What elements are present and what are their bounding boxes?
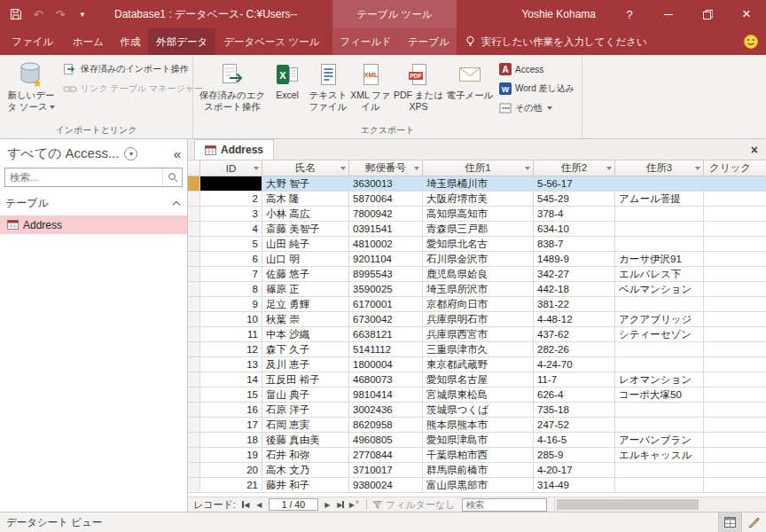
record-selector[interactable] bbox=[188, 387, 200, 403]
cell[interactable]: 626-4 bbox=[534, 387, 615, 403]
cell[interactable]: 8 bbox=[200, 282, 262, 297]
next-record-button[interactable]: ▶ bbox=[321, 501, 334, 509]
filter-status-button[interactable]: フィルターなし bbox=[372, 498, 456, 512]
design-view-button[interactable] bbox=[742, 512, 766, 532]
cell[interactable]: 15 bbox=[200, 387, 262, 403]
feedback-smiley-icon[interactable] bbox=[743, 34, 759, 50]
cell[interactable]: 埼玉県所沢市 bbox=[423, 282, 534, 297]
cell[interactable]: 小林 高広 bbox=[262, 207, 349, 222]
record-selector[interactable] bbox=[188, 207, 200, 222]
cell[interactable]: 3630013 bbox=[349, 176, 423, 192]
cell[interactable]: 2 bbox=[200, 192, 262, 207]
cell[interactable]: 群馬県前橋市 bbox=[423, 463, 534, 478]
help-button[interactable]: ? bbox=[610, 0, 649, 28]
cell[interactable]: 1489-9 bbox=[534, 252, 615, 267]
record-selector[interactable] bbox=[188, 448, 200, 463]
cell[interactable]: コーポ大塚50 bbox=[615, 387, 704, 403]
cell[interactable] bbox=[615, 237, 704, 252]
cell[interactable]: 19 bbox=[200, 448, 262, 463]
tab-database-tools[interactable]: データベース ツール bbox=[215, 28, 327, 55]
cell[interactable] bbox=[704, 267, 766, 282]
cell[interactable]: 5141112 bbox=[349, 342, 423, 357]
record-selector[interactable] bbox=[188, 312, 200, 327]
cell[interactable]: 7800942 bbox=[349, 207, 423, 222]
horizontal-scrollbar[interactable] bbox=[554, 497, 766, 512]
last-record-button[interactable]: ▶ bbox=[334, 501, 348, 509]
sidebar-item-address-table[interactable]: Address bbox=[0, 215, 187, 234]
cell[interactable] bbox=[615, 342, 704, 357]
record-selector[interactable] bbox=[188, 282, 200, 297]
cell[interactable]: 藤井 和子 bbox=[262, 478, 349, 493]
tab-create[interactable]: 作成 bbox=[112, 28, 148, 55]
column-header[interactable]: 郵便番号 bbox=[349, 160, 423, 176]
new-record-button[interactable]: ▶* bbox=[348, 500, 361, 509]
cell[interactable]: 8620958 bbox=[349, 418, 423, 433]
cell[interactable]: 314-49 bbox=[534, 478, 615, 493]
column-header[interactable]: ID bbox=[200, 160, 262, 176]
word-merge-button[interactable]: W Word 差し込み bbox=[495, 79, 579, 98]
cell[interactable]: 3002436 bbox=[349, 403, 423, 418]
cell[interactable]: 9380024 bbox=[349, 478, 423, 493]
cell[interactable]: 東京都武蔵野 bbox=[423, 357, 534, 372]
saved-exports-button[interactable]: 保存済みのエクスポート操作 bbox=[197, 57, 268, 113]
cell[interactable] bbox=[704, 176, 766, 192]
cell[interactable]: 4 bbox=[200, 222, 262, 237]
column-header[interactable]: クリック bbox=[704, 160, 766, 176]
column-dropdown-icon[interactable] bbox=[254, 167, 259, 170]
column-dropdown-icon[interactable] bbox=[695, 167, 700, 170]
scrollbar-thumb[interactable] bbox=[557, 499, 699, 510]
cell[interactable] bbox=[704, 297, 766, 312]
record-selector[interactable] bbox=[188, 342, 200, 357]
tab-home[interactable]: ホーム bbox=[65, 28, 112, 55]
cell[interactable]: 愛知県北名古 bbox=[423, 237, 534, 252]
column-header[interactable]: 住所2 bbox=[534, 160, 615, 176]
cell[interactable]: 437-62 bbox=[534, 327, 615, 342]
cell[interactable]: 3710017 bbox=[349, 463, 423, 478]
cell[interactable]: 838-7 bbox=[534, 237, 615, 252]
cell[interactable] bbox=[704, 372, 766, 387]
cell[interactable]: 高木 隆 bbox=[262, 192, 349, 207]
cell[interactable]: 三重県津市久 bbox=[423, 342, 534, 357]
cell[interactable] bbox=[704, 448, 766, 463]
cell[interactable] bbox=[704, 222, 766, 237]
cell[interactable]: 9 bbox=[200, 297, 262, 312]
cell[interactable]: 4-24-70 bbox=[534, 357, 615, 372]
record-position-box[interactable]: 1 / 40 bbox=[269, 498, 318, 511]
cell[interactable] bbox=[615, 403, 704, 418]
cell[interactable]: 6638121 bbox=[349, 327, 423, 342]
cell[interactable] bbox=[704, 357, 766, 372]
cell[interactable] bbox=[615, 463, 704, 478]
cell[interactable]: 11-7 bbox=[534, 372, 615, 387]
nav-search-input[interactable] bbox=[5, 172, 162, 183]
cell[interactable]: レオマンション bbox=[615, 372, 704, 387]
cell[interactable]: 富山県黒部市 bbox=[423, 478, 534, 493]
cell[interactable]: 鹿児島県姶良 bbox=[423, 267, 534, 282]
tab-table[interactable]: テーブル bbox=[400, 28, 457, 55]
cell[interactable]: 14 bbox=[200, 372, 262, 387]
cell[interactable] bbox=[704, 342, 766, 357]
column-dropdown-icon[interactable] bbox=[414, 167, 419, 170]
record-selector[interactable] bbox=[188, 357, 200, 372]
first-record-button[interactable]: ◀ bbox=[239, 501, 253, 509]
cell[interactable]: 6 bbox=[200, 252, 262, 267]
cell[interactable]: 4960805 bbox=[349, 433, 423, 448]
cell[interactable]: 森下 久子 bbox=[262, 342, 349, 357]
cell[interactable]: 545-29 bbox=[534, 192, 615, 207]
save-button[interactable] bbox=[5, 3, 27, 26]
shutter-bar-close-button[interactable]: « bbox=[174, 147, 181, 160]
cell[interactable]: アムール菩提 bbox=[615, 192, 704, 207]
cell[interactable]: 佐藤 悠子 bbox=[262, 267, 349, 282]
column-header[interactable]: 住所3 bbox=[615, 160, 704, 176]
column-header[interactable]: 氏名 bbox=[262, 160, 349, 176]
cell[interactable]: 342-27 bbox=[534, 267, 615, 282]
close-table-icon[interactable]: × bbox=[751, 144, 758, 156]
cell[interactable]: 378-4 bbox=[534, 207, 615, 222]
column-dropdown-icon[interactable] bbox=[606, 167, 612, 170]
cell[interactable]: 4810002 bbox=[349, 237, 423, 252]
cell[interactable] bbox=[704, 252, 766, 267]
cell[interactable] bbox=[704, 207, 766, 222]
column-dropdown-icon[interactable] bbox=[525, 167, 530, 170]
minimize-button[interactable] bbox=[649, 0, 688, 28]
cell[interactable]: 高木 文乃 bbox=[262, 463, 349, 478]
search-icon[interactable] bbox=[162, 168, 182, 186]
